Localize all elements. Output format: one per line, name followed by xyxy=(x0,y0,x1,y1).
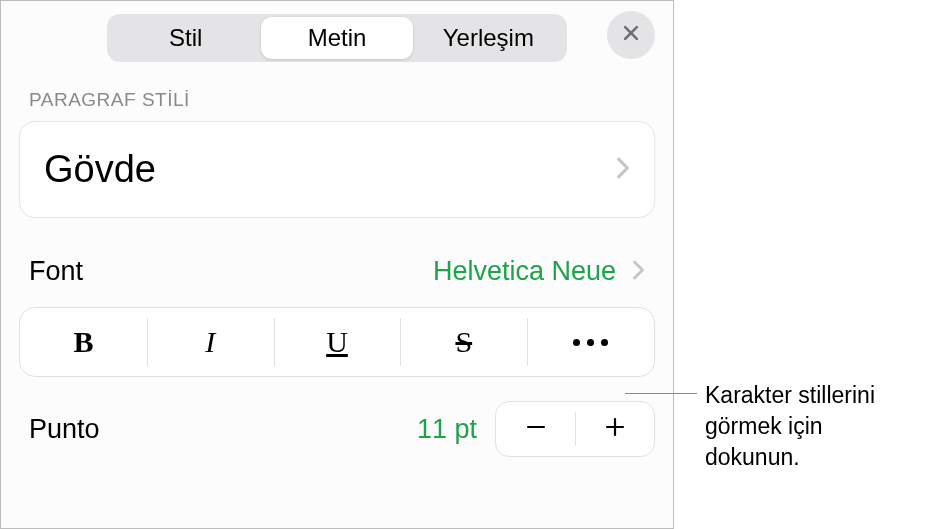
decrease-size-button[interactable] xyxy=(496,402,575,456)
font-label: Font xyxy=(29,256,83,287)
font-size-row: Punto 11 pt xyxy=(1,377,673,457)
paragraph-style-section-label: PARAGRAF STİLİ xyxy=(1,65,673,121)
callout-leader-line xyxy=(625,393,697,394)
font-row[interactable]: Font Helvetica Neue xyxy=(1,218,673,301)
ellipsis-icon xyxy=(573,339,608,346)
strikethrough-button[interactable]: S xyxy=(400,308,527,376)
underline-icon: U xyxy=(326,325,348,359)
paragraph-style-row[interactable]: Gövde xyxy=(20,122,654,217)
callout-text: Karakter stillerini görmek için dokunun. xyxy=(705,380,915,473)
tab-text[interactable]: Metin xyxy=(261,17,412,59)
increase-size-button[interactable] xyxy=(575,402,654,456)
paragraph-style-name: Gövde xyxy=(44,148,156,191)
text-style-button-group: B I U S xyxy=(19,307,655,377)
minus-icon xyxy=(524,415,548,443)
italic-icon: I xyxy=(205,325,215,359)
chevron-right-icon xyxy=(616,157,630,183)
close-button[interactable] xyxy=(607,11,655,59)
underline-button[interactable]: U xyxy=(274,308,401,376)
bold-icon: B xyxy=(73,325,93,359)
close-icon xyxy=(621,23,641,47)
tab-segmented-control: Stil Metin Yerleşim xyxy=(107,14,567,62)
tab-layout[interactable]: Yerleşim xyxy=(413,17,564,59)
panel-header: Stil Metin Yerleşim xyxy=(1,1,673,65)
paragraph-style-card: Gövde xyxy=(19,121,655,218)
font-size-stepper xyxy=(495,401,655,457)
plus-icon xyxy=(603,415,627,443)
font-size-value: 11 pt xyxy=(417,414,477,445)
chevron-right-icon xyxy=(632,260,645,284)
font-value: Helvetica Neue xyxy=(433,256,616,287)
italic-button[interactable]: I xyxy=(147,308,274,376)
more-styles-button[interactable] xyxy=(527,308,654,376)
bold-button[interactable]: B xyxy=(20,308,147,376)
strikethrough-icon: S xyxy=(455,325,472,359)
font-size-label: Punto xyxy=(29,414,100,445)
format-panel: Stil Metin Yerleşim PARAGRAF STİLİ Gövde xyxy=(0,0,674,529)
tab-style[interactable]: Stil xyxy=(110,17,261,59)
